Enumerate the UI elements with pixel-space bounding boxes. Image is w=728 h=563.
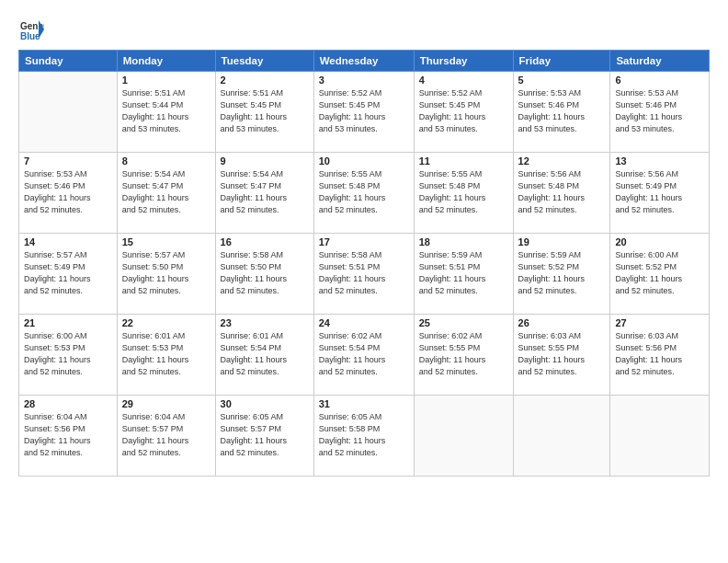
day-info: Sunrise: 6:04 AM Sunset: 5:57 PM Dayligh… — [122, 411, 210, 459]
day-number: 9 — [221, 155, 309, 167]
day-number: 29 — [122, 398, 210, 409]
calendar-cell — [414, 396, 513, 477]
day-info: Sunrise: 5:56 AM Sunset: 5:48 PM Dayligh… — [518, 168, 606, 216]
day-info: Sunrise: 5:51 AM Sunset: 5:45 PM Dayligh… — [221, 87, 309, 135]
calendar-cell: 18Sunrise: 5:59 AM Sunset: 5:51 PM Dayli… — [414, 234, 513, 315]
weekday-header: Thursday — [414, 51, 513, 72]
day-number: 8 — [122, 155, 210, 167]
calendar-header-row: SundayMondayTuesdayWednesdayThursdayFrid… — [19, 51, 710, 72]
day-number: 7 — [24, 155, 112, 167]
calendar-cell: 17Sunrise: 5:58 AM Sunset: 5:51 PM Dayli… — [313, 234, 414, 315]
calendar-cell: 9Sunrise: 5:54 AM Sunset: 5:47 PM Daylig… — [215, 153, 313, 234]
day-info: Sunrise: 5:58 AM Sunset: 5:51 PM Dayligh… — [319, 249, 409, 297]
day-info: Sunrise: 5:51 AM Sunset: 5:44 PM Dayligh… — [122, 87, 210, 135]
calendar-week-row: 28Sunrise: 6:04 AM Sunset: 5:56 PM Dayli… — [19, 396, 710, 477]
day-number: 11 — [419, 155, 508, 167]
day-info: Sunrise: 5:59 AM Sunset: 5:51 PM Dayligh… — [419, 249, 508, 297]
calendar-cell: 4Sunrise: 5:52 AM Sunset: 5:45 PM Daylig… — [414, 72, 513, 153]
calendar-cell: 13Sunrise: 5:56 AM Sunset: 5:49 PM Dayli… — [610, 153, 710, 234]
day-number: 22 — [122, 317, 210, 328]
day-info: Sunrise: 6:02 AM Sunset: 5:55 PM Dayligh… — [419, 330, 508, 378]
logo-icon: General Blue — [18, 17, 44, 42]
day-info: Sunrise: 5:53 AM Sunset: 5:46 PM Dayligh… — [24, 168, 112, 216]
calendar-cell: 15Sunrise: 5:57 AM Sunset: 5:50 PM Dayli… — [117, 234, 215, 315]
day-number: 1 — [122, 75, 210, 86]
header: General Blue — [18, 17, 710, 42]
calendar-cell: 3Sunrise: 5:52 AM Sunset: 5:45 PM Daylig… — [313, 72, 414, 153]
calendar-cell — [513, 396, 610, 477]
calendar-cell: 29Sunrise: 6:04 AM Sunset: 5:57 PM Dayli… — [117, 396, 215, 477]
day-info: Sunrise: 6:04 AM Sunset: 5:56 PM Dayligh… — [24, 411, 112, 459]
day-number: 10 — [319, 155, 409, 167]
calendar-week-row: 21Sunrise: 6:00 AM Sunset: 5:53 PM Dayli… — [19, 315, 710, 396]
calendar-cell: 19Sunrise: 5:59 AM Sunset: 5:52 PM Dayli… — [513, 234, 610, 315]
calendar-cell: 23Sunrise: 6:01 AM Sunset: 5:54 PM Dayli… — [215, 315, 313, 396]
calendar-cell: 25Sunrise: 6:02 AM Sunset: 5:55 PM Dayli… — [414, 315, 513, 396]
day-info: Sunrise: 5:52 AM Sunset: 5:45 PM Dayligh… — [419, 87, 508, 135]
calendar-cell: 5Sunrise: 5:53 AM Sunset: 5:46 PM Daylig… — [513, 72, 610, 153]
calendar-cell: 31Sunrise: 6:05 AM Sunset: 5:58 PM Dayli… — [313, 396, 414, 477]
calendar-cell: 20Sunrise: 6:00 AM Sunset: 5:52 PM Dayli… — [610, 234, 710, 315]
day-number: 26 — [518, 317, 606, 328]
day-info: Sunrise: 5:54 AM Sunset: 5:47 PM Dayligh… — [122, 168, 210, 216]
weekday-header: Sunday — [19, 51, 118, 72]
day-number: 24 — [319, 317, 409, 328]
day-info: Sunrise: 6:03 AM Sunset: 5:55 PM Dayligh… — [518, 330, 606, 378]
calendar-cell: 26Sunrise: 6:03 AM Sunset: 5:55 PM Dayli… — [513, 315, 610, 396]
day-number: 17 — [319, 236, 409, 247]
day-info: Sunrise: 5:57 AM Sunset: 5:50 PM Dayligh… — [122, 249, 210, 297]
day-number: 16 — [221, 236, 309, 247]
page: General Blue SundayMondayTuesdayWednesda… — [0, 0, 728, 563]
calendar-cell — [19, 72, 118, 153]
day-number: 28 — [24, 398, 112, 409]
svg-text:Blue: Blue — [20, 31, 40, 41]
calendar-cell: 28Sunrise: 6:04 AM Sunset: 5:56 PM Dayli… — [19, 396, 118, 477]
day-number: 20 — [615, 236, 704, 247]
calendar-week-row: 7Sunrise: 5:53 AM Sunset: 5:46 PM Daylig… — [19, 153, 710, 234]
day-info: Sunrise: 6:00 AM Sunset: 5:52 PM Dayligh… — [615, 249, 704, 297]
logo: General Blue — [18, 17, 48, 42]
calendar-week-row: 14Sunrise: 5:57 AM Sunset: 5:49 PM Dayli… — [19, 234, 710, 315]
day-info: Sunrise: 5:54 AM Sunset: 5:47 PM Dayligh… — [221, 168, 309, 216]
calendar-cell: 21Sunrise: 6:00 AM Sunset: 5:53 PM Dayli… — [19, 315, 118, 396]
calendar-cell: 2Sunrise: 5:51 AM Sunset: 5:45 PM Daylig… — [215, 72, 313, 153]
day-number: 31 — [319, 398, 409, 409]
day-info: Sunrise: 6:00 AM Sunset: 5:53 PM Dayligh… — [24, 330, 112, 378]
day-info: Sunrise: 6:01 AM Sunset: 5:53 PM Dayligh… — [122, 330, 210, 378]
day-info: Sunrise: 5:58 AM Sunset: 5:50 PM Dayligh… — [221, 249, 309, 297]
day-number: 25 — [419, 317, 508, 328]
day-info: Sunrise: 6:03 AM Sunset: 5:56 PM Dayligh… — [615, 330, 704, 378]
day-number: 14 — [24, 236, 112, 247]
calendar-cell: 24Sunrise: 6:02 AM Sunset: 5:54 PM Dayli… — [313, 315, 414, 396]
calendar-cell: 16Sunrise: 5:58 AM Sunset: 5:50 PM Dayli… — [215, 234, 313, 315]
day-number: 5 — [518, 75, 606, 86]
day-info: Sunrise: 5:57 AM Sunset: 5:49 PM Dayligh… — [24, 249, 112, 297]
day-info: Sunrise: 5:55 AM Sunset: 5:48 PM Dayligh… — [319, 168, 409, 216]
calendar-cell: 12Sunrise: 5:56 AM Sunset: 5:48 PM Dayli… — [513, 153, 610, 234]
calendar-cell: 30Sunrise: 6:05 AM Sunset: 5:57 PM Dayli… — [215, 396, 313, 477]
calendar-cell: 11Sunrise: 5:55 AM Sunset: 5:48 PM Dayli… — [414, 153, 513, 234]
day-info: Sunrise: 6:05 AM Sunset: 5:58 PM Dayligh… — [319, 411, 409, 459]
calendar-week-row: 1Sunrise: 5:51 AM Sunset: 5:44 PM Daylig… — [19, 72, 710, 153]
calendar-cell: 14Sunrise: 5:57 AM Sunset: 5:49 PM Dayli… — [19, 234, 118, 315]
day-number: 6 — [615, 75, 704, 86]
calendar-cell: 8Sunrise: 5:54 AM Sunset: 5:47 PM Daylig… — [117, 153, 215, 234]
day-number: 12 — [518, 155, 606, 167]
weekday-header: Tuesday — [215, 51, 313, 72]
day-info: Sunrise: 5:53 AM Sunset: 5:46 PM Dayligh… — [615, 87, 704, 135]
day-info: Sunrise: 6:01 AM Sunset: 5:54 PM Dayligh… — [221, 330, 309, 378]
day-number: 19 — [518, 236, 606, 247]
day-info: Sunrise: 5:59 AM Sunset: 5:52 PM Dayligh… — [518, 249, 606, 297]
weekday-header: Monday — [117, 51, 215, 72]
day-info: Sunrise: 5:52 AM Sunset: 5:45 PM Dayligh… — [319, 87, 409, 135]
calendar-cell: 10Sunrise: 5:55 AM Sunset: 5:48 PM Dayli… — [313, 153, 414, 234]
calendar-cell: 1Sunrise: 5:51 AM Sunset: 5:44 PM Daylig… — [117, 72, 215, 153]
day-number: 30 — [221, 398, 309, 409]
day-number: 13 — [615, 155, 704, 167]
calendar-cell: 7Sunrise: 5:53 AM Sunset: 5:46 PM Daylig… — [19, 153, 118, 234]
day-info: Sunrise: 6:05 AM Sunset: 5:57 PM Dayligh… — [221, 411, 309, 459]
calendar-cell: 22Sunrise: 6:01 AM Sunset: 5:53 PM Dayli… — [117, 315, 215, 396]
day-info: Sunrise: 5:56 AM Sunset: 5:49 PM Dayligh… — [615, 168, 704, 216]
weekday-header: Wednesday — [313, 51, 414, 72]
day-info: Sunrise: 5:55 AM Sunset: 5:48 PM Dayligh… — [419, 168, 508, 216]
